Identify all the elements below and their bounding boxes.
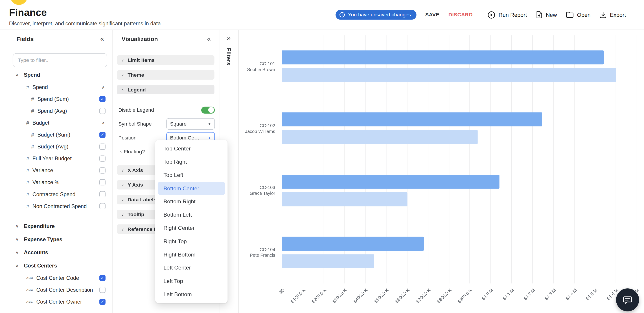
- open-button[interactable]: Open: [566, 11, 590, 18]
- visualization-panel-header: Visualization «: [113, 30, 219, 48]
- bar-cc-101-spend-sum[interactable]: [282, 50, 604, 64]
- disable-legend-toggle[interactable]: [201, 106, 215, 113]
- field-row-expenditure[interactable]: ∨ Expenditure: [8, 220, 112, 233]
- field-row-cost-center-description[interactable]: ABC Cost Center Description: [8, 284, 112, 296]
- symbol-shape-value: Square: [170, 121, 187, 127]
- field-row-budget-avg[interactable]: # Budget (Avg): [8, 141, 112, 153]
- expand-filters-icon[interactable]: »: [227, 35, 230, 41]
- field-row-cost-centers[interactable]: ∧ Cost Centers: [8, 259, 112, 272]
- field-row-budget-sum[interactable]: # Budget (Sum) ✓: [8, 129, 112, 141]
- new-button[interactable]: New: [536, 11, 557, 18]
- dropdown-option-top-left[interactable]: Top Left: [158, 168, 225, 182]
- viz-section-limit-items[interactable]: ∨ Limit Items: [117, 55, 214, 65]
- field-row-spend[interactable]: ∧ Spend: [8, 68, 112, 81]
- field-label: Cost Center Owner: [36, 299, 82, 305]
- chevron-down-icon[interactable]: ∨: [16, 237, 21, 242]
- field-row-cost-center-owner[interactable]: ABC Cost Center Owner ✓: [8, 296, 112, 308]
- bar-cc-103-spend-sum[interactable]: [282, 175, 499, 189]
- chevron-down-icon[interactable]: ∨: [16, 224, 21, 228]
- field-row-accounts[interactable]: ∨ Accounts: [8, 246, 112, 259]
- chevron-down-icon: ∨: [121, 73, 124, 77]
- chevron-up-icon[interactable]: ∧: [16, 72, 21, 77]
- collapse-field-icon[interactable]: ∧: [102, 85, 104, 89]
- dropdown-option-bottom-right[interactable]: Bottom Right: [158, 195, 225, 208]
- viz-section-legend[interactable]: ∧ Legend: [117, 85, 214, 94]
- field-row-contracted-spend[interactable]: # Contracted Spend: [8, 188, 112, 200]
- field-checkbox[interactable]: ✓: [100, 275, 106, 281]
- save-button[interactable]: SAVE: [425, 12, 439, 18]
- field-row-spend-avg[interactable]: # Spend (Avg): [8, 105, 112, 117]
- dropdown-option-left-top[interactable]: Left Top: [158, 275, 225, 288]
- field-label: Spend: [24, 71, 40, 78]
- field-checkbox[interactable]: [100, 167, 106, 173]
- field-checkbox[interactable]: ✓: [100, 96, 106, 102]
- x-tick-label: $1.4 M: [564, 288, 577, 301]
- field-checkbox[interactable]: [100, 287, 106, 293]
- dropdown-option-left-center[interactable]: Left Center: [158, 261, 225, 275]
- bar-cc-102-budget-sum[interactable]: [282, 130, 478, 144]
- gridline: [636, 35, 637, 284]
- collapse-fields-panel-icon[interactable]: «: [100, 36, 104, 42]
- field-checkbox[interactable]: [100, 191, 106, 197]
- dropdown-option-right-top[interactable]: Right Top: [158, 235, 225, 248]
- field-row-non-contracted-spend[interactable]: # Non Contracted Spend: [8, 200, 112, 212]
- field-checkbox[interactable]: [100, 143, 106, 150]
- field-checkbox[interactable]: [100, 155, 106, 161]
- bar-cc-102-spend-sum[interactable]: [282, 113, 542, 126]
- export-button[interactable]: Export: [600, 11, 626, 18]
- chevron-down-icon: ∨: [121, 212, 124, 216]
- dropdown-option-top-right[interactable]: Top Right: [158, 155, 225, 168]
- discard-button[interactable]: DISCARD: [448, 12, 472, 18]
- field-checkbox[interactable]: ✓: [100, 132, 106, 138]
- field-row-full-year-budget[interactable]: # Full Year Budget: [8, 153, 112, 165]
- field-checkbox[interactable]: ✓: [100, 299, 106, 305]
- dropdown-option-bottom-left[interactable]: Bottom Left: [158, 208, 225, 222]
- field-checkbox[interactable]: [100, 108, 106, 114]
- collapse-field-icon[interactable]: ∧: [102, 121, 104, 125]
- field-row-variance[interactable]: # Variance %: [8, 176, 112, 188]
- numeric-field-icon: #: [26, 84, 29, 90]
- app-header: Finance Discover, interpret, and communi…: [0, 0, 644, 29]
- dropdown-option-left-bottom[interactable]: Left Bottom: [158, 288, 225, 301]
- dropdown-option-top-center[interactable]: Top Center: [158, 142, 225, 155]
- field-label: Budget (Avg): [37, 143, 68, 150]
- fields-panel: Fields « ∧ Spend # Spend ∧ # Spend (Sum)…: [8, 30, 113, 313]
- field-label: Contracted Spend: [32, 191, 76, 197]
- field-checkbox[interactable]: [100, 203, 106, 209]
- x-tick-label: $1.2 M: [522, 288, 536, 301]
- field-label: Cost Centers: [24, 262, 57, 268]
- chat-button[interactable]: [616, 288, 639, 311]
- field-label: Full Year Budget: [32, 155, 72, 161]
- dropdown-option-right-center[interactable]: Right Center: [158, 222, 225, 235]
- field-row-spend[interactable]: # Spend ∧: [8, 81, 112, 93]
- collapse-visualization-panel-icon[interactable]: «: [207, 36, 211, 42]
- fields-filter-input[interactable]: [12, 53, 107, 67]
- field-label: Budget: [32, 120, 49, 126]
- field-row-cost-center-code[interactable]: ABC Cost Center Code ✓: [8, 272, 112, 284]
- chevron-down-icon[interactable]: ∨: [16, 250, 21, 255]
- header-actions: You have unsaved changes SAVE DISCARD Ru…: [336, 0, 626, 29]
- run-report-label: Run Report: [498, 12, 527, 18]
- dropdown-option-bottom-center[interactable]: Bottom Center: [158, 182, 225, 195]
- field-checkbox[interactable]: [100, 179, 106, 185]
- field-row-budget[interactable]: # Budget ∧: [8, 117, 112, 129]
- bar-cc-104-budget-sum[interactable]: [282, 254, 374, 268]
- symbol-shape-select[interactable]: Square ▼: [166, 118, 215, 130]
- bar-cc-104-spend-sum[interactable]: [282, 237, 424, 251]
- viz-section-theme[interactable]: ∨ Theme: [117, 70, 214, 80]
- field-row-expense-types[interactable]: ∨ Expense Types: [8, 233, 112, 246]
- field-row-variance[interactable]: # Variance: [8, 165, 112, 176]
- bar-cc-101-budget-sum[interactable]: [282, 68, 616, 82]
- play-icon: [488, 11, 495, 18]
- chat-icon: [622, 295, 633, 305]
- numeric-field-icon: #: [26, 203, 29, 209]
- x-tick-label: $1.0 M: [481, 288, 494, 301]
- dropdown-option-right-bottom[interactable]: Right Bottom: [158, 248, 225, 261]
- bar-cc-103-budget-sum[interactable]: [282, 192, 407, 206]
- app-logo[interactable]: [10, 0, 28, 5]
- chevron-up-icon[interactable]: ∧: [16, 263, 21, 268]
- fields-panel-header: Fields «: [8, 30, 112, 48]
- run-report-button[interactable]: Run Report: [488, 11, 527, 18]
- field-row-spend-sum[interactable]: # Spend (Sum) ✓: [8, 93, 112, 105]
- field-label: Expenditure: [24, 223, 55, 229]
